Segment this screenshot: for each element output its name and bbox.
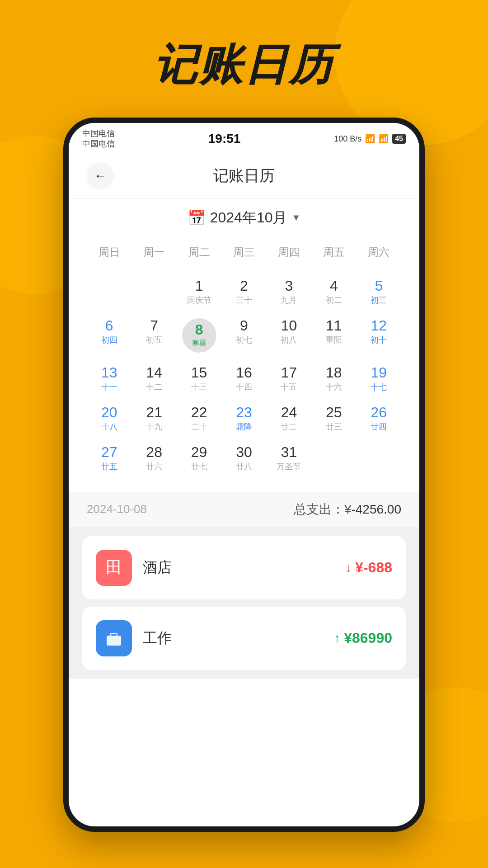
svg-rect-3 — [107, 638, 121, 639]
day-number: 26 — [371, 405, 387, 420]
app-title: 记账日历 — [213, 165, 275, 186]
calendar-cell-oct3[interactable]: 3 九月 — [267, 272, 311, 312]
arrow-down-icon: ↓ — [345, 561, 352, 575]
day-sub: 霜降 — [236, 421, 252, 432]
calendar-cell-oct17[interactable]: 17 十五 — [267, 359, 311, 399]
calendar-cell-empty — [131, 272, 176, 312]
day-number: 27 — [101, 445, 117, 459]
calendar-cell-oct30[interactable]: 30 廿八 — [221, 439, 266, 478]
day-sub: 十七 — [371, 382, 387, 392]
network-label: 100 B/s — [334, 134, 361, 144]
day-sub: 十九 — [146, 421, 162, 432]
transaction-name-hotel: 酒店 — [143, 558, 334, 578]
app-header: ← 记账日历 — [69, 153, 419, 199]
day-sub: 十八 — [101, 421, 117, 432]
day-sub: 十五 — [281, 382, 297, 392]
day-sub: 廿二 — [281, 421, 297, 432]
calendar-cell-oct14[interactable]: 14 十二 — [131, 359, 176, 399]
day-number: 15 — [191, 365, 207, 380]
summary-amount: -4256.00 — [351, 502, 401, 516]
calendar-cell-oct5[interactable]: 5 初三 — [357, 272, 401, 312]
calendar-cell-oct20[interactable]: 20 十八 — [87, 399, 131, 439]
calendar-cell-oct12[interactable]: 12 初十 — [357, 312, 401, 359]
calendar-cell-oct19[interactable]: 19 十七 — [357, 359, 401, 399]
day-sub: 九月 — [281, 295, 297, 306]
day-sub: 三十 — [236, 295, 252, 306]
day-number: 30 — [236, 445, 252, 459]
calendar-cell-oct29[interactable]: 29 廿七 — [177, 439, 221, 478]
calendar-cell-oct7[interactable]: 7 初五 — [131, 312, 176, 359]
day-number: 28 — [146, 445, 162, 459]
day-number: 19 — [371, 365, 387, 380]
transaction-icon-hotel: 田 — [96, 550, 132, 586]
calendar-cell-oct4[interactable]: 4 初二 — [311, 272, 356, 312]
day-number: 20 — [101, 405, 117, 420]
day-number: 3 — [285, 278, 293, 293]
summary-total: 总支出：¥-4256.00 — [294, 501, 401, 518]
day-number: 25 — [326, 405, 342, 420]
calendar-cell-oct23[interactable]: 23 霜降 — [221, 399, 266, 439]
back-button[interactable]: ← — [87, 162, 114, 189]
day-number: 1 — [195, 278, 203, 293]
svg-rect-0 — [107, 636, 121, 646]
transaction-item-hotel[interactable]: 田 酒店 ↓ ¥-688 — [82, 536, 406, 599]
calendar-cell-oct9[interactable]: 9 初七 — [221, 312, 266, 359]
calendar-cell-empty — [357, 439, 401, 478]
day-sub: 初二 — [326, 295, 342, 306]
day-number: 12 — [371, 318, 387, 333]
calendar-cell-oct6[interactable]: 6 初四 — [87, 312, 131, 359]
transaction-list: 田 酒店 ↓ ¥-688 工作 ↑ ¥86990 — [69, 527, 419, 679]
day-sub: 二十 — [191, 421, 207, 432]
calendar-cell-oct28[interactable]: 28 廿六 — [131, 439, 176, 478]
day-sub: 廿五 — [101, 461, 117, 472]
calendar-cell-oct11[interactable]: 11 重阳 — [311, 312, 356, 359]
transaction-name-work: 工作 — [143, 628, 323, 648]
day-number: 8 — [195, 322, 203, 337]
calendar-cell-oct1[interactable]: 1 国庆节 — [177, 272, 221, 312]
calendar-cell-oct26[interactable]: 26 廿四 — [357, 399, 401, 439]
calendar-cell-oct22[interactable]: 22 二十 — [177, 399, 221, 439]
weekday-header: 周日 周一 周二 周三 周四 周五 周六 — [87, 241, 401, 263]
calendar-cell-oct27[interactable]: 27 廿五 — [87, 439, 131, 478]
day-number: 2 — [240, 278, 248, 293]
day-sub: 初八 — [281, 335, 297, 345]
calendar-icon: 📅 — [188, 209, 206, 226]
calendar-cell-oct16[interactable]: 16 十四 — [221, 359, 266, 399]
transaction-amount-hotel: ↓ ¥-688 — [345, 559, 392, 576]
day-sub: 初四 — [101, 335, 117, 345]
phone-mockup: 中国电信 中国电信 19:51 100 B/s 📶 📶 45 ← 记账日历 📅 … — [63, 118, 425, 832]
carrier1-label: 中国电信 — [82, 128, 115, 139]
summary-total-label: 总支出：¥ — [294, 502, 352, 516]
calendar-cell-oct21[interactable]: 21 十九 — [131, 399, 176, 439]
day-number: 5 — [375, 278, 383, 293]
day-sub: 十四 — [236, 382, 252, 392]
transaction-icon-work — [96, 620, 132, 656]
back-icon: ← — [94, 169, 107, 183]
day-sub: 重阳 — [326, 335, 342, 345]
day-number: 29 — [191, 445, 207, 459]
weekday-sat: 周六 — [357, 241, 401, 263]
day-sub: 十二 — [146, 382, 162, 392]
calendar-cell-oct31[interactable]: 31 万圣节 — [267, 439, 311, 478]
transaction-item-work[interactable]: 工作 ↑ ¥86990 — [82, 607, 406, 670]
calendar-cell-oct18[interactable]: 18 十六 — [311, 359, 356, 399]
calendar-cell-oct10[interactable]: 10 初八 — [267, 312, 311, 359]
battery-label: 45 — [392, 134, 406, 144]
calendar-cell-empty — [87, 272, 131, 312]
day-sub: 初十 — [371, 335, 387, 345]
calendar-cell-oct2[interactable]: 2 三十 — [221, 272, 266, 312]
weekday-fri: 周五 — [311, 241, 356, 263]
status-left: 中国电信 中国电信 — [82, 128, 115, 150]
day-sub: 初三 — [371, 295, 387, 306]
calendar-cell-oct8[interactable]: 8 寒露 — [177, 312, 221, 359]
day-number: 9 — [240, 318, 248, 333]
day-sub: 廿三 — [326, 421, 342, 432]
calendar-cell-oct13[interactable]: 13 十一 — [87, 359, 131, 399]
calendar-cell-oct15[interactable]: 15 十三 — [177, 359, 221, 399]
day-sub: 廿六 — [146, 461, 162, 472]
summary-date: 2024-10-08 — [87, 502, 147, 516]
calendar-cell-empty — [311, 439, 356, 478]
calendar-cell-oct25[interactable]: 25 廿三 — [311, 399, 356, 439]
month-selector[interactable]: 📅 2024年10月 ▼ — [87, 208, 401, 228]
calendar-cell-oct24[interactable]: 24 廿二 — [267, 399, 311, 439]
